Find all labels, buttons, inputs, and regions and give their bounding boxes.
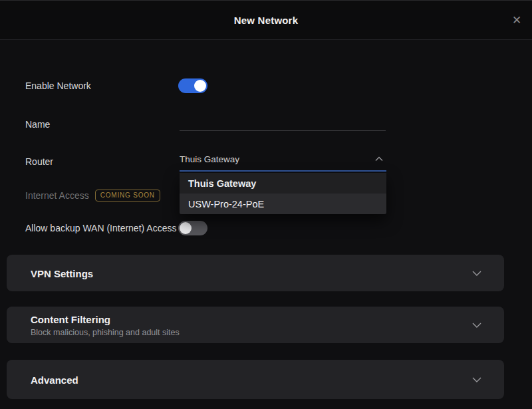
- router-option-thuis-gateway[interactable]: Thuis Gateway: [180, 173, 386, 194]
- name-label: Name: [25, 119, 50, 130]
- close-icon[interactable]: ✕: [507, 11, 526, 29]
- new-network-modal: New Network ✕ Enable Network Name Router…: [0, 0, 532, 409]
- name-input[interactable]: [180, 118, 386, 131]
- coming-soon-badge: COMING SOON: [95, 190, 160, 202]
- router-selected-value: Thuis Gateway: [180, 154, 239, 164]
- router-select[interactable]: Thuis Gateway: [180, 152, 386, 172]
- toggle-knob: [194, 80, 206, 92]
- internet-access-row: Internet Access COMING SOON: [25, 190, 160, 202]
- chevron-down-icon: [471, 270, 482, 276]
- toggle-knob: [180, 222, 192, 234]
- vpn-settings-title: VPN Settings: [31, 267, 93, 279]
- section-vpn-settings[interactable]: VPN Settings: [7, 255, 504, 291]
- modal-header: New Network ✕: [0, 1, 532, 40]
- backup-wan-label: Allow backup WAN (Internet) Access: [25, 223, 176, 233]
- modal-title: New Network: [234, 15, 298, 26]
- chevron-down-icon: [471, 322, 482, 328]
- chevron-down-icon: [471, 376, 482, 382]
- content-filtering-subtitle: Block malicious, phishing and adult site…: [31, 327, 180, 337]
- advanced-title: Advanced: [31, 374, 78, 385]
- section-advanced[interactable]: Advanced: [7, 360, 504, 399]
- backup-wan-toggle[interactable]: [178, 221, 207, 235]
- router-option-usw-pro-24-poe[interactable]: USW-Pro-24-PoE: [180, 194, 386, 214]
- chevron-up-icon: [374, 156, 384, 162]
- enable-network-toggle[interactable]: [178, 78, 207, 93]
- enable-network-label: Enable Network: [25, 80, 91, 91]
- router-label: Router: [25, 156, 53, 167]
- router-dropdown: Thuis Gateway USW-Pro-24-PoE: [180, 173, 386, 214]
- section-content-filtering[interactable]: Content Filtering Block malicious, phish…: [7, 307, 504, 343]
- internet-access-label: Internet Access: [25, 190, 89, 201]
- content-filtering-title: Content Filtering: [31, 313, 180, 325]
